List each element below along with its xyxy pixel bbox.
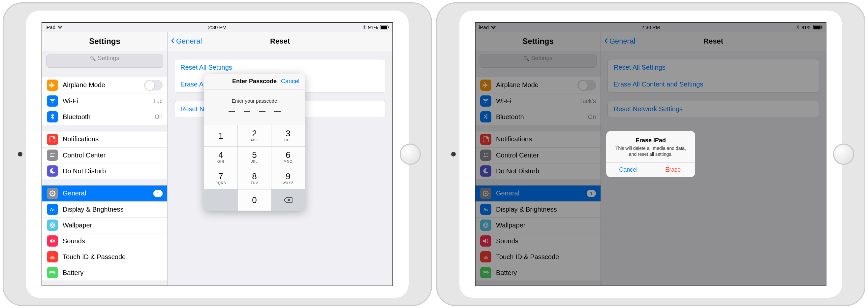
- svg-point-4: [53, 137, 55, 139]
- sidebar-item-bluetooth[interactable]: BluetoothOn: [42, 109, 167, 125]
- keypad: 12ABC3DEF4GHI5JKL6MNO7PQRS8TUV9WXYZ0: [204, 125, 305, 211]
- detail-header: General Reset: [167, 32, 393, 51]
- sidebar-item-sounds[interactable]: Sounds: [42, 233, 167, 249]
- sidebar-item-wallpaper[interactable]: Wallpaper: [42, 217, 167, 233]
- sidebar-item-value: On: [155, 114, 163, 120]
- keypad-0[interactable]: 0: [238, 190, 271, 211]
- status-battery-pct: 91%: [368, 24, 378, 30]
- sidebar-item-label: Wallpaper: [63, 222, 92, 229]
- keypad-6[interactable]: 6MNO: [271, 146, 305, 168]
- wallpaper-icon: [47, 220, 58, 231]
- sidebar-item-control-center[interactable]: Control Center: [42, 147, 167, 163]
- sidebar: Settings Settings Airplane ModeWi-FiTucB…: [42, 32, 167, 285]
- svg-rect-26: [51, 272, 54, 273]
- display-icon: AA: [47, 204, 58, 215]
- airplane-toggle[interactable]: [144, 80, 163, 90]
- sidebar-item-label: Airplane Mode: [63, 81, 105, 89]
- bluetooth-icon: [363, 25, 366, 30]
- sidebar-item-notifications[interactable]: Notifications: [42, 131, 167, 147]
- dnd-icon: [47, 165, 58, 177]
- svg-rect-8: [50, 156, 53, 157]
- status-bar: iPad 2:30 PM 91%: [42, 23, 393, 32]
- svg-point-22: [50, 224, 55, 226]
- sounds-icon: [47, 235, 58, 247]
- detail-title: Reset: [270, 37, 290, 46]
- keypad-2[interactable]: 2ABC: [238, 125, 271, 146]
- control-icon: [47, 149, 58, 161]
- alert-title: Erase iPad: [606, 131, 695, 145]
- sidebar-item-touch-id-passcode[interactable]: Touch ID & Passcode: [42, 249, 167, 265]
- wifi-icon: [47, 95, 58, 107]
- svg-point-7: [53, 156, 54, 157]
- erase-alert: Erase iPad This will delete all media an…: [606, 131, 695, 177]
- sidebar-item-label: Control Center: [63, 151, 105, 159]
- keypad-delete[interactable]: [271, 190, 305, 211]
- svg-rect-27: [55, 272, 55, 273]
- sidebar-item-label: Notifications: [63, 135, 99, 143]
- airplane-icon: [47, 80, 58, 91]
- status-carrier: iPad: [45, 24, 55, 30]
- sidebar-item-label: Bluetooth: [63, 113, 91, 121]
- svg-rect-2: [389, 26, 389, 28]
- search-wrap: Settings: [42, 51, 167, 71]
- sidebar-title: Settings: [42, 32, 167, 51]
- camera-dot: [451, 152, 456, 157]
- alert-message: This will delete all media and data, and…: [606, 145, 695, 162]
- home-button[interactable]: [833, 144, 854, 165]
- svg-rect-1: [380, 26, 387, 29]
- keypad-5[interactable]: 5JKL: [238, 146, 271, 168]
- svg-line-16: [54, 195, 55, 196]
- battery-icon: [47, 267, 58, 278]
- bezel: iPad 2:30 PM 91%: [26, 10, 409, 298]
- notifications-icon: [47, 134, 58, 145]
- keypad-9[interactable]: 9WXYZ: [271, 168, 305, 189]
- svg-rect-6: [52, 153, 55, 154]
- sidebar-item-wi-fi[interactable]: Wi-FiTuc: [42, 93, 167, 109]
- search-input[interactable]: Settings: [46, 54, 163, 68]
- sidebar-item-label: Battery: [63, 269, 84, 277]
- svg-line-15: [50, 191, 51, 192]
- sidebar-scroll: Airplane ModeWi-FiTucBluetoothOnNotifica…: [42, 71, 167, 281]
- sidebar-item-label: Sounds: [63, 237, 85, 245]
- keypad-7[interactable]: 7PQRS: [204, 168, 238, 189]
- sidebar-item-display-brightness[interactable]: AADisplay & Brightness: [42, 201, 167, 217]
- sidebar-item-battery[interactable]: Battery: [42, 265, 167, 281]
- passcode-popover: Enter Passcode Cancel Enter your passcod…: [204, 74, 305, 211]
- ipad-frame-right: iPad 2:30 PM 91%: [436, 2, 865, 306]
- back-button[interactable]: General: [167, 37, 202, 46]
- camera-dot: [18, 152, 23, 157]
- popover-header: Enter Passcode Cancel: [204, 74, 305, 89]
- status-time: 2:30 PM: [208, 24, 226, 30]
- sidebar-item-airplane-mode[interactable]: Airplane Mode: [42, 77, 167, 93]
- sidebar-item-value: Tuc: [153, 98, 163, 105]
- keypad-1[interactable]: 1: [204, 125, 238, 146]
- ipad-frame-left: iPad 2:30 PM 91%: [3, 2, 432, 306]
- passcode-dots: [204, 107, 305, 125]
- sidebar-item-label: Display & Brightness: [63, 206, 124, 213]
- general-icon: [47, 188, 58, 199]
- alert-erase-button[interactable]: Erase: [651, 163, 695, 177]
- sidebar-item-label: General: [63, 190, 86, 197]
- sidebar-item-general[interactable]: General1: [42, 186, 167, 201]
- bluetooth-icon: [47, 111, 58, 122]
- home-button[interactable]: [400, 144, 421, 165]
- sidebar-item-do-not-disturb[interactable]: Do Not Disturb: [42, 163, 167, 179]
- keypad-4[interactable]: 4GHI: [204, 146, 238, 168]
- badge: 1: [153, 190, 163, 197]
- touchid-icon: [47, 251, 58, 262]
- sidebar-item-label: Do Not Disturb: [63, 167, 106, 175]
- popover-prompt: Enter your passcode: [204, 89, 305, 107]
- sidebar-item-label: Wi-Fi: [63, 97, 78, 105]
- svg-text:A: A: [53, 208, 55, 212]
- screen-left: iPad 2:30 PM 91%: [41, 22, 393, 286]
- popover-title: Enter Passcode: [232, 78, 277, 85]
- keypad-8[interactable]: 8TUV: [238, 168, 271, 189]
- screen-right: iPad 2:30 PM 91%: [475, 22, 827, 286]
- sidebar-item-label: Touch ID & Passcode: [63, 253, 126, 261]
- alert-cancel-button[interactable]: Cancel: [606, 163, 651, 177]
- keypad-blank: [204, 190, 238, 211]
- svg-point-10: [52, 193, 54, 194]
- popover-cancel-button[interactable]: Cancel: [281, 78, 300, 85]
- keypad-3[interactable]: 3DEF: [271, 125, 305, 146]
- battery-icon: [380, 25, 389, 29]
